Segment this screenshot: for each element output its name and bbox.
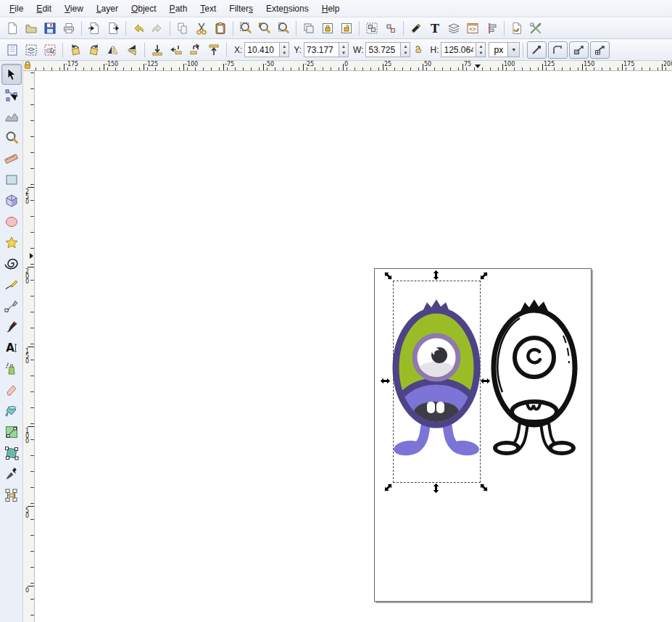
- deselect-button[interactable]: [41, 41, 59, 59]
- redo-button[interactable]: [148, 19, 167, 38]
- unit-dropdown[interactable]: px▼: [489, 42, 520, 57]
- xml-editor-button[interactable]: <>: [463, 19, 482, 38]
- rotate-cw-button[interactable]: [85, 41, 104, 59]
- copy-button[interactable]: [173, 19, 192, 38]
- menu-path[interactable]: Path: [163, 1, 194, 16]
- flip-horizontal-button[interactable]: [104, 41, 123, 59]
- ruler-vertical[interactable]: 250200150100500: [23, 71, 35, 622]
- lower-button[interactable]: [167, 41, 186, 59]
- tool-gradient[interactable]: [1, 421, 22, 442]
- tool-text[interactable]: A: [1, 337, 22, 358]
- tool-zoom[interactable]: [1, 127, 22, 148]
- cut-button[interactable]: [192, 19, 211, 38]
- monster-lineart[interactable]: [493, 299, 576, 455]
- affect-corners-toggle[interactable]: [548, 41, 568, 59]
- selection-handle-w[interactable]: [379, 375, 391, 386]
- tool-spiral[interactable]: [1, 253, 22, 274]
- h-input[interactable]: [441, 42, 476, 57]
- toolbar-separator: [233, 21, 233, 36]
- affect-stroke-toggle[interactable]: [527, 41, 547, 59]
- duplicate-button[interactable]: [299, 19, 318, 38]
- select-all-button[interactable]: [3, 41, 22, 59]
- menu-layer[interactable]: Layer: [90, 1, 125, 16]
- tool-box-3d[interactable]: [1, 190, 22, 211]
- create-clone-button[interactable]: [318, 19, 337, 38]
- menu-edit[interactable]: Edit: [30, 1, 58, 16]
- tool-spray[interactable]: [1, 358, 22, 379]
- menu-help[interactable]: Help: [315, 1, 347, 16]
- tool-node-editor[interactable]: [1, 85, 22, 106]
- unlink-clone-button[interactable]: [337, 19, 356, 38]
- ungroup-button[interactable]: [381, 19, 400, 38]
- w-input[interactable]: [365, 42, 400, 57]
- zoom-drawing-button[interactable]: [255, 19, 274, 38]
- tool-eraser[interactable]: [1, 379, 22, 400]
- tool-paint-bucket[interactable]: [1, 400, 22, 421]
- import-button[interactable]: [85, 19, 104, 38]
- raise-button[interactable]: [186, 41, 204, 59]
- raise-to-top-button[interactable]: [204, 41, 223, 59]
- tool-dropper[interactable]: [1, 463, 22, 484]
- tool-calligraphy[interactable]: [1, 316, 22, 337]
- open-document-button[interactable]: [22, 19, 41, 38]
- selection-handle-n[interactable]: [430, 269, 441, 281]
- tool-selector[interactable]: [1, 64, 22, 85]
- print-button[interactable]: [59, 19, 78, 38]
- selection-handle-sw[interactable]: [382, 481, 394, 493]
- y-spinner[interactable]: ▲▼: [339, 42, 349, 57]
- lock-guides-toggle[interactable]: [23, 61, 35, 71]
- fill-stroke-dialog-button[interactable]: [407, 19, 426, 38]
- tool-ellipse[interactable]: [1, 211, 22, 232]
- lower-to-bottom-button[interactable]: [148, 41, 167, 59]
- ungroup-icon: [384, 22, 397, 35]
- affect-gradients-icon: [573, 45, 585, 55]
- selection-handle-ne[interactable]: [478, 270, 489, 281]
- canvas[interactable]: [35, 71, 672, 622]
- lock-width-height-toggle[interactable]: [413, 45, 423, 54]
- tool-star[interactable]: [1, 232, 22, 253]
- selection-handle-se[interactable]: [478, 481, 489, 493]
- menu-view[interactable]: View: [58, 1, 90, 16]
- export-button[interactable]: [104, 19, 123, 38]
- selection-handle-s[interactable]: [430, 482, 441, 494]
- zoom-selection-button[interactable]: [236, 19, 255, 38]
- save-document-button[interactable]: [41, 19, 59, 38]
- layers-dialog-button[interactable]: [444, 19, 463, 38]
- x-spinner[interactable]: ▲▼: [279, 42, 289, 57]
- tool-pencil[interactable]: [1, 274, 22, 295]
- paste-button[interactable]: [211, 19, 230, 38]
- preferences-button[interactable]: [526, 19, 545, 38]
- document-properties-button[interactable]: [507, 19, 526, 38]
- selection-handle-e[interactable]: [479, 375, 491, 386]
- select-all-layers-button[interactable]: [22, 41, 41, 59]
- menu-file[interactable]: File: [3, 1, 30, 16]
- tool-measure[interactable]: [1, 148, 22, 169]
- x-input[interactable]: [244, 42, 279, 57]
- ruler-horizontal[interactable]: -175-150-125-100-75-50-25025507510012515…: [35, 61, 672, 71]
- text-dialog-button[interactable]: T: [426, 19, 444, 38]
- align-distribute-button[interactable]: [482, 19, 501, 38]
- new-document-button[interactable]: [3, 19, 22, 38]
- tool-connector[interactable]: [1, 484, 22, 505]
- group-button[interactable]: [362, 19, 381, 38]
- rotate-ccw-button[interactable]: [66, 41, 85, 59]
- redo-icon: [151, 22, 164, 35]
- menu-filters[interactable]: Filters: [223, 1, 260, 16]
- w-spinner[interactable]: ▲▼: [400, 42, 410, 57]
- h-spinner[interactable]: ▲▼: [476, 42, 486, 57]
- tool-bezier-pen[interactable]: [1, 295, 22, 316]
- y-input[interactable]: [304, 42, 339, 57]
- undo-button[interactable]: [129, 19, 148, 38]
- affect-patterns-toggle[interactable]: [590, 41, 610, 59]
- tool-tweak[interactable]: [1, 106, 22, 127]
- zoom-page-button[interactable]: [274, 19, 293, 38]
- menu-object[interactable]: Object: [125, 1, 163, 16]
- paste-icon: [214, 22, 227, 35]
- selection-handle-nw[interactable]: [382, 270, 394, 281]
- affect-gradients-toggle[interactable]: [569, 41, 589, 59]
- tool-rectangle[interactable]: [1, 169, 22, 190]
- flip-vertical-button[interactable]: [123, 41, 141, 59]
- tool-mesh-gradient[interactable]: [1, 442, 22, 463]
- menu-text[interactable]: Text: [194, 1, 223, 16]
- menu-extensions[interactable]: Extensions: [260, 1, 315, 16]
